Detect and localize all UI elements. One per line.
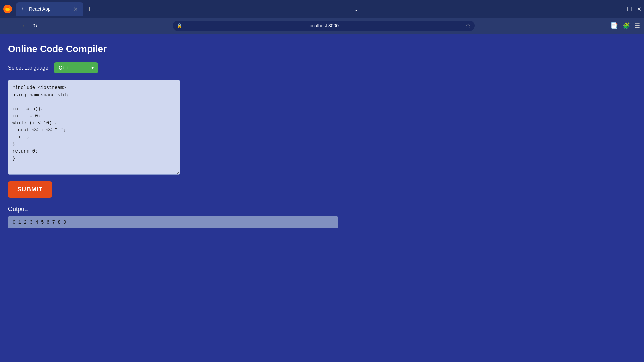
bookmarks-icon[interactable]: 📑 — [610, 22, 618, 29]
code-editor[interactable]: #include <iostream> using namespace std;… — [8, 80, 180, 175]
new-tab-button[interactable]: + — [85, 3, 94, 15]
window-controls: ─ ❐ ✕ — [618, 6, 641, 12]
extensions-icon[interactable]: 🧩 — [623, 22, 630, 29]
tab-dropdown-button[interactable]: ⌄ — [351, 5, 361, 14]
browser-chrome: ⚛ React App ✕ + ⌄ ─ ❐ ✕ ← → ↻ 🔒 ☆ 📑 🧩 ☰ — [0, 0, 644, 34]
page-title: Online Code Compiler — [8, 44, 636, 54]
toolbar-icons: 📑 🧩 ☰ — [610, 22, 640, 29]
tab-favicon: ⚛ — [20, 6, 26, 12]
lock-icon: 🔒 — [177, 23, 182, 28]
tab-title: React App — [29, 6, 69, 12]
minimize-button[interactable]: ─ — [618, 6, 622, 12]
language-select[interactable]: C++ Python Java JavaScript — [54, 62, 98, 73]
reload-button[interactable]: ↻ — [31, 21, 39, 31]
page-content: Online Code Compiler Selcet Language: C+… — [0, 34, 644, 362]
language-select-wrapper: C++ Python Java JavaScript — [54, 62, 98, 73]
back-button[interactable]: ← — [4, 21, 14, 31]
active-tab[interactable]: ⚛ React App ✕ — [16, 2, 83, 16]
tab-bar: ⚛ React App ✕ + ⌄ ─ ❐ ✕ — [0, 0, 644, 18]
output-box: 0 1 2 3 4 5 6 7 8 9 — [8, 216, 338, 228]
submit-button[interactable]: SUBMIT — [8, 181, 52, 198]
output-label: Output: — [8, 206, 636, 213]
browser-controls: ← → ↻ 🔒 ☆ 📑 🧩 ☰ — [0, 18, 644, 34]
firefox-logo — [3, 4, 13, 14]
bookmark-star-icon[interactable]: ☆ — [465, 22, 471, 29]
forward-button[interactable]: → — [17, 21, 28, 31]
menu-icon[interactable]: ☰ — [635, 22, 640, 29]
maximize-button[interactable]: ❐ — [627, 6, 632, 12]
address-bar[interactable] — [185, 23, 463, 28]
address-bar-container: 🔒 ☆ — [173, 21, 475, 31]
close-window-button[interactable]: ✕ — [637, 6, 641, 12]
language-selector-row: Selcet Language: C++ Python Java JavaScr… — [8, 62, 636, 73]
tab-close-button[interactable]: ✕ — [72, 5, 79, 13]
language-label: Selcet Language: — [8, 65, 50, 71]
